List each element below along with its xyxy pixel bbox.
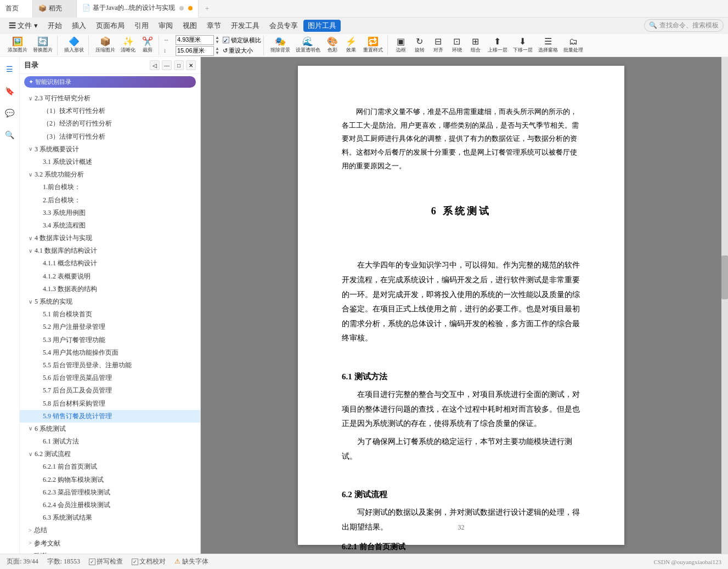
- menu-dev[interactable]: 开发工具: [227, 20, 264, 32]
- height-field[interactable]: [176, 46, 214, 56]
- toc-item[interactable]: 6.2.4 会员注册模块测试: [20, 499, 200, 511]
- menu-view[interactable]: 视图: [178, 20, 201, 32]
- search-icon[interactable]: 🔍: [2, 127, 18, 143]
- doc-compare[interactable]: ✓ 文档校对: [132, 557, 166, 566]
- select-pane-button[interactable]: ☰ 选择窗格: [536, 36, 560, 55]
- toc-item[interactable]: ∨ 5 系统的实现: [20, 295, 200, 308]
- replace-image-button[interactable]: 🔄 替换图片: [31, 36, 55, 55]
- toc-expand-arrow[interactable]: ∨: [29, 247, 32, 255]
- toc-item[interactable]: 6.2.3 菜品管理模块测试: [20, 486, 200, 499]
- down-layer-button[interactable]: ⬇ 下移一层: [511, 36, 535, 55]
- toc-expand-arrow[interactable]: ∨: [29, 234, 32, 243]
- toc-expand-arrow[interactable]: ∨: [29, 424, 32, 433]
- toc-item[interactable]: ∨ 4.1 数据库的结构设计: [20, 244, 200, 257]
- toc-expand-arrow[interactable]: ∨: [29, 298, 32, 306]
- border-button[interactable]: ▣ 边框: [392, 36, 410, 55]
- compress-button[interactable]: 📦 压缩图片: [93, 36, 117, 55]
- toc-item[interactable]: 4.1.2 表概要说明: [20, 270, 200, 283]
- toc-item[interactable]: 3.4 系统流程图: [20, 219, 200, 232]
- toc-collapse-arrow[interactable]: >: [29, 551, 32, 554]
- insert-shape-button[interactable]: 🔷 插入形状: [62, 36, 86, 55]
- toc-item[interactable]: ∨ 3 系统概要设计: [20, 143, 200, 156]
- toc-item[interactable]: ∨ 4 数据库设计与实现: [20, 232, 200, 244]
- spell-check[interactable]: ✓ 拼写检查: [89, 557, 123, 566]
- crop-button[interactable]: ✂️ 裁剪: [139, 36, 156, 55]
- menu-reference[interactable]: 引用: [130, 20, 153, 32]
- toc-item[interactable]: 3.3 系统用例图: [20, 207, 200, 219]
- comment-icon[interactable]: 💬: [2, 105, 18, 121]
- height-down[interactable]: ▼: [215, 51, 219, 55]
- add-image-button[interactable]: 🖼️ 添加图片: [5, 36, 30, 55]
- reset-style-button[interactable]: 🔁 重置样式: [361, 36, 385, 55]
- tab-wps[interactable]: 📦 稻壳: [33, 0, 77, 18]
- sharpen-button[interactable]: ✨ 清晰化: [118, 36, 138, 55]
- menu-member[interactable]: 会员专享: [265, 20, 302, 32]
- toc-item[interactable]: > 总结: [20, 524, 200, 537]
- remove-bg-button[interactable]: 🎭 抠除背景: [268, 36, 292, 55]
- rotate-button[interactable]: ↻ 旋转: [411, 36, 428, 55]
- sidebar-close[interactable]: ✕: [186, 60, 196, 70]
- set-transparent-button[interactable]: 🌊 设置透明色: [294, 36, 323, 55]
- bookmark-icon[interactable]: 🔖: [2, 83, 18, 99]
- search-command[interactable]: 🔍 查找命令、搜索模板: [644, 19, 724, 32]
- tab-home[interactable]: 首页: [0, 0, 33, 18]
- missing-font[interactable]: ⚠ 缺失字体: [174, 557, 208, 566]
- sidebar-ctrl-prev[interactable]: ◁: [150, 60, 160, 70]
- menu-picture-tool[interactable]: 图片工具: [303, 20, 341, 32]
- smart-toc-button[interactable]: ✦ 智能识别目录: [24, 76, 196, 88]
- toc-item[interactable]: 5.8 后台材料采购管理: [20, 397, 200, 410]
- toc-item[interactable]: 5.2 用户注册登录管理: [20, 321, 200, 333]
- toc-item[interactable]: ∨ 3.2 系统功能分析: [20, 168, 200, 181]
- toc-item[interactable]: 2.后台模块：: [20, 194, 200, 207]
- page-info[interactable]: 页面: 39/44: [7, 557, 38, 566]
- word-count[interactable]: 字数: 18553: [47, 557, 80, 566]
- toc-item[interactable]: （3）法律可行性分析: [20, 130, 200, 143]
- toc-item[interactable]: （2）经济的可行性分析: [20, 117, 200, 130]
- vertical-scrollbar[interactable]: [721, 57, 728, 554]
- toc-expand-arrow[interactable]: ∨: [29, 94, 32, 103]
- sidebar-ctrl-collapse[interactable]: —: [162, 60, 172, 70]
- toc-expand-arrow[interactable]: ∨: [29, 170, 32, 179]
- toc-icon[interactable]: ☰: [2, 61, 18, 77]
- toc-item[interactable]: 3.1 系统设计概述: [20, 156, 200, 168]
- toc-item[interactable]: ∨ 2.3 可行性研究分析: [20, 92, 200, 105]
- lock-ratio-checkbox[interactable]: ✓ 锁定纵横比: [223, 36, 261, 44]
- toc-item[interactable]: 4.1.3 数据表的结构: [20, 283, 200, 295]
- align-button[interactable]: ⊟ 对齐: [430, 36, 447, 55]
- toc-item[interactable]: ∨ 6.2 测试流程: [20, 448, 200, 460]
- menu-insert[interactable]: 插入: [67, 20, 91, 32]
- tab-doc[interactable]: 📄 基于Java的...统的设计与实现: [77, 0, 199, 18]
- wrap-button[interactable]: ⊡ 环绕: [448, 36, 466, 55]
- menu-review[interactable]: 审阅: [154, 20, 177, 32]
- toc-item[interactable]: 5.4 用户其他功能操作页面: [20, 346, 200, 359]
- toc-item[interactable]: 1.前台模块：: [20, 181, 200, 194]
- scrollbar-thumb[interactable]: [721, 255, 728, 299]
- toc-item[interactable]: 6.3 系统测试结果: [20, 511, 200, 524]
- toc-collapse-arrow[interactable]: >: [29, 539, 32, 548]
- toc-item[interactable]: 5.3 用户订餐管理功能: [20, 334, 200, 346]
- toc-item[interactable]: ∨ 6 系统测试: [20, 423, 200, 435]
- toc-item[interactable]: 5.7 后台员工及会员管理: [20, 384, 200, 397]
- toc-expand-arrow[interactable]: ∨: [29, 450, 32, 459]
- toc-item[interactable]: 5.9 销售订餐及统计管理: [20, 410, 200, 423]
- toc-item[interactable]: 6.2.1 前台首页测试: [20, 460, 200, 473]
- toc-item[interactable]: 6.1 测试方法: [20, 435, 200, 448]
- toc-item[interactable]: 5.1 前台模块首页: [20, 308, 200, 321]
- menu-start[interactable]: 开始: [43, 20, 66, 32]
- batch-button[interactable]: 🗂 批量处理: [561, 36, 585, 55]
- sidebar-ctrl-expand[interactable]: □: [174, 60, 184, 70]
- width-field[interactable]: [176, 35, 214, 45]
- color-button[interactable]: 🎨 色彩: [324, 36, 341, 55]
- toc-expand-arrow[interactable]: ∨: [29, 145, 32, 153]
- toc-collapse-arrow[interactable]: >: [29, 526, 32, 535]
- reset-size-button[interactable]: ↺重设大小: [223, 47, 261, 55]
- toc-item[interactable]: > 致谢: [20, 550, 200, 554]
- up-layer-button[interactable]: ⬆ 上移一层: [486, 36, 510, 55]
- effects-button[interactable]: ⚡ 效果: [342, 36, 360, 55]
- new-tab-button[interactable]: +: [199, 4, 215, 13]
- width-down[interactable]: ▼: [215, 40, 219, 44]
- toc-item[interactable]: 5.5 后台管理员登录、注册功能: [20, 359, 200, 372]
- menu-file[interactable]: ☰ 文件 ▾: [4, 20, 42, 32]
- toc-item[interactable]: 4.1.1 概念结构设计: [20, 257, 200, 270]
- group-button[interactable]: ⊞ 组合: [467, 36, 484, 55]
